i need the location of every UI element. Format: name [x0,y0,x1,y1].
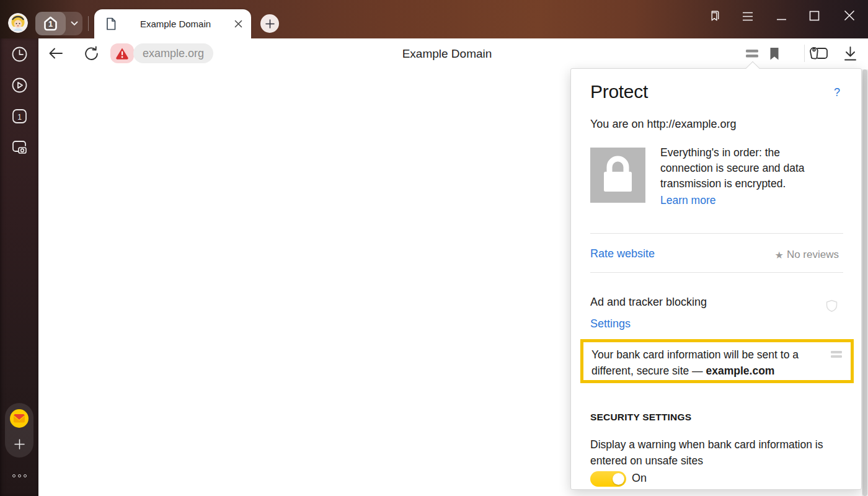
browser-window: 1 Example Domain [0,0,868,496]
chevron-down-icon [71,21,78,26]
titlebar-separator [88,16,89,31]
maximize-icon [809,11,820,21]
sidebar-screenshot-button[interactable] [11,138,28,156]
protect-menu-button[interactable] [745,49,759,58]
rate-website-link[interactable]: Rate website [590,247,655,260]
plus-icon [265,19,275,29]
connection-status-text: Everything's in order: the connection is… [660,145,846,192]
minimize-icon [776,14,787,24]
security-settings-header: SECURITY SETTINGS [590,412,691,423]
active-tab[interactable]: Example Domain [94,9,251,38]
extensions-button[interactable] [807,45,830,63]
yandex-mail-icon [10,409,29,428]
bookmark-button[interactable] [769,47,779,60]
side-panels-button[interactable] [707,9,720,22]
dock-add-button[interactable] [5,433,33,455]
star-icon: ★ [775,249,784,261]
secure-lock-tile [590,148,645,203]
page-scrollbar[interactable] [862,69,868,496]
reviews-status: ★ No reviews [775,249,839,261]
close-window-button[interactable] [843,9,856,22]
sidebar-history-button[interactable] [11,45,28,63]
downloads-button[interactable] [843,46,857,61]
sidebar-media-button[interactable] [11,76,28,94]
ad-blocking-label: Ad and tracker blocking [590,296,707,309]
page-doc-icon [105,17,117,30]
hamburger-icon [742,12,753,21]
new-tab-button[interactable] [260,14,279,33]
protect-bars-icon [746,50,758,58]
mail-app-button[interactable] [10,409,29,428]
dot-icon [18,474,21,477]
tab-title: Example Domain [117,19,234,29]
toolbar-separator [804,45,805,62]
sidebar-tabs-button[interactable]: 1 [11,107,28,125]
maximize-button[interactable] [808,9,820,22]
divider [590,272,843,273]
toolbar-page-title: Example Domain [366,47,528,61]
address-bar[interactable]: example.org [133,43,213,63]
plus-icon [14,439,25,450]
toggle-knob[interactable] [613,473,624,485]
lock-icon [590,148,645,203]
play-icon [11,77,28,94]
bookmark-icon [769,48,779,60]
dot-icon [12,474,16,477]
reload-button[interactable] [83,45,99,61]
extensions-icon [808,45,829,63]
menu-button[interactable] [742,10,754,22]
help-link[interactable]: ? [834,86,840,99]
browser-titlebar: 1 Example Domain [0,0,868,38]
avatar-icon [8,13,28,33]
warning-triangle-icon [115,47,129,60]
notice-bars-icon [831,351,842,358]
tabs-count-icon: 1 [11,108,28,125]
current-site-text: You are on http://example.org [590,118,737,131]
warning-toggle[interactable] [590,471,626,487]
toggle-state-label: On [632,472,647,485]
panel-title: Protect [590,81,648,102]
url-text: example.org [143,47,204,60]
history-clock-icon [11,46,28,63]
sidebar-dock [5,403,33,458]
bank-notice-text: Your bank card information will be sent … [591,347,843,379]
shield-outline-icon [826,299,838,312]
divider [590,233,843,234]
avatar[interactable] [8,13,28,33]
dot-icon [24,474,27,477]
warning-setting-text: Display a warning when bank card informa… [590,436,851,469]
reviews-label: No reviews [787,249,839,261]
svg-text:1: 1 [17,112,22,121]
bank-card-notice: Your bank card information will be sent … [580,339,854,383]
tab-count-value: 1 [35,12,66,36]
adblock-settings-link[interactable]: Settings [590,317,631,330]
back-arrow-icon [48,47,63,60]
tab-group-chevron[interactable] [66,21,82,26]
tab-counter[interactable]: 1 [35,12,66,35]
site-warning-badge[interactable] [110,43,134,63]
back-button[interactable] [48,46,63,61]
tab-group-control[interactable]: 1 [35,12,82,35]
screenshot-camera-icon [11,138,28,156]
tab-close-icon[interactable] [234,20,242,28]
learn-more-link[interactable]: Learn more [660,194,716,207]
minimize-button[interactable] [775,12,787,25]
scrollbar-thumb[interactable] [862,69,867,496]
sidebar: 1 [0,38,38,496]
bank-notice-domain: example.com [706,365,775,377]
download-icon [844,46,857,61]
bookmarks-stack-icon [707,9,720,22]
reload-icon [84,46,99,61]
close-icon [844,10,855,21]
sidebar-more-button[interactable] [0,474,38,477]
protect-panel: Protect ? You are on http://example.org … [570,68,862,490]
